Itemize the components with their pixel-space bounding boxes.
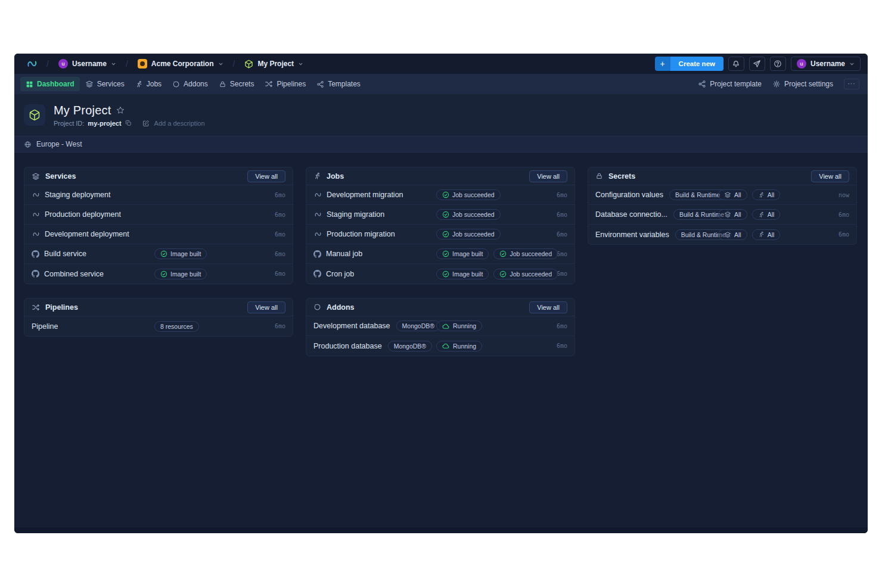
addons-card: Addons View all Development database Mon… — [306, 298, 575, 356]
status-badge: Running — [436, 321, 482, 331]
tab-templates[interactable]: Templates — [311, 77, 366, 91]
row-timestamp: 6mo — [275, 270, 285, 277]
service-row[interactable]: Combined service Image built 6mo — [24, 264, 293, 284]
more-options-button[interactable]: ··· — [844, 79, 859, 89]
row-timestamp: 6mo — [275, 211, 285, 218]
breadcrumb-org[interactable]: Acme Corporation — [134, 57, 227, 70]
tab-secrets[interactable]: Secrets — [213, 77, 260, 91]
northflank-logo-icon[interactable] — [23, 57, 41, 70]
jobs-card-header: Jobs View all — [306, 167, 574, 185]
status-badge: Job succeeded — [493, 248, 558, 259]
project-icon — [24, 104, 45, 126]
services-scope-badge: All — [718, 229, 747, 240]
tab-dashboard[interactable]: Dashboard — [20, 77, 80, 91]
view-all-button[interactable]: View all — [529, 170, 567, 182]
job-row[interactable]: Manual job Image built Job succeeded 6mo — [306, 244, 574, 264]
addon-row[interactable]: Production database MongoDB® Running 6mo — [306, 336, 574, 356]
notifications-button[interactable] — [728, 57, 744, 71]
add-description-button[interactable]: Add a description — [142, 120, 205, 127]
row-timestamp: 6mo — [557, 231, 567, 238]
service-row[interactable]: Build service Image built 6mo — [24, 244, 293, 264]
services-scope-badge: All — [718, 209, 747, 220]
tab-jobs[interactable]: Jobs — [130, 77, 167, 91]
job-row[interactable]: Staging migration Job succeeded 6mo — [306, 205, 574, 225]
row-label: Staging deployment — [45, 191, 111, 199]
breadcrumb-user[interactable]: u Username — [55, 57, 120, 70]
row-timestamp: 6mo — [275, 323, 285, 329]
secret-row[interactable]: Configuration values Build & Runtime All… — [588, 185, 856, 205]
chevron-down-icon — [849, 61, 855, 67]
cloud-icon — [442, 323, 450, 329]
create-new-button[interactable]: + Create new — [655, 57, 723, 71]
add-description-label: Add a description — [154, 120, 205, 127]
card-title: Pipelines — [45, 303, 78, 312]
tab-pipelines[interactable]: Pipelines — [259, 77, 311, 91]
view-all-button[interactable]: View all — [247, 170, 285, 182]
project-template-button[interactable]: Project template — [698, 80, 762, 88]
row-label: Development deployment — [45, 230, 129, 238]
project-nav: Dashboard Services Jobs Addons Secrets — [14, 74, 868, 94]
project-settings-label: Project settings — [784, 80, 833, 88]
favorite-star-icon[interactable] — [116, 106, 125, 114]
breadcrumb-project[interactable]: My Project — [241, 58, 307, 70]
layers-icon — [85, 80, 94, 88]
secrets-card: Secrets View all Configuration values Bu… — [588, 167, 857, 245]
lock-icon — [595, 172, 603, 180]
service-row[interactable]: Staging deployment 6mo — [24, 185, 293, 205]
secret-row[interactable]: Database connectio... Build & Runtime Al… — [588, 205, 856, 225]
service-row[interactable]: Development deployment 6mo — [24, 225, 293, 244]
help-button[interactable] — [770, 57, 786, 71]
copy-icon[interactable] — [125, 120, 132, 126]
check-circle-icon — [499, 270, 507, 278]
addon-icon — [172, 80, 180, 88]
dashboard-content: Services View all Staging deployment 6mo… — [14, 153, 868, 527]
gear-icon — [772, 80, 781, 88]
addon-type-badge: MongoDB® — [396, 321, 440, 331]
pipelines-card-header: Pipelines View all — [24, 298, 293, 316]
view-all-button[interactable]: View all — [247, 301, 285, 313]
top-bar: / u Username / Acme Corporation / My Pro… — [14, 54, 868, 74]
view-all-button[interactable]: View all — [811, 170, 849, 182]
northflank-icon — [313, 191, 322, 198]
row-timestamp: 6mo — [838, 211, 849, 218]
status-badge: Job succeeded — [436, 229, 501, 239]
row-timestamp: 6mo — [275, 231, 285, 238]
breadcrumb-user-label: Username — [72, 60, 107, 68]
feedback-button[interactable] — [749, 57, 765, 71]
row-timestamp: 6mo — [275, 251, 285, 257]
addon-row[interactable]: Development database MongoDB® Running 6m… — [306, 316, 574, 336]
project-header: My Project Project ID: my-project — [14, 94, 868, 136]
globe-icon — [24, 141, 32, 148]
service-row[interactable]: Production deployment 6mo — [24, 205, 293, 225]
addons-card-header: Addons View all — [306, 298, 574, 316]
addon-icon — [313, 303, 321, 311]
check-circle-icon — [442, 231, 449, 238]
runner-icon — [758, 211, 765, 218]
tab-services[interactable]: Services — [80, 77, 130, 91]
row-label: Database connectio... — [595, 210, 667, 219]
status-badge: Job succeeded — [436, 189, 501, 200]
northflank-icon — [313, 211, 322, 218]
row-timestamp: 6mo — [557, 270, 567, 277]
user-menu-label: Username — [810, 60, 845, 68]
status-badge: Image built — [436, 248, 489, 259]
help-icon — [774, 60, 782, 68]
job-row[interactable]: Development migration Job succeeded 6mo — [306, 185, 574, 205]
status-badge: Image built — [154, 269, 207, 279]
breadcrumb-divider: / — [233, 59, 235, 69]
lock-icon — [219, 80, 226, 88]
job-row[interactable]: Cron job Image built Job succeeded 6mo — [306, 264, 574, 284]
user-menu-button[interactable]: u Username — [791, 57, 861, 71]
nodes-icon — [316, 80, 324, 88]
secret-row[interactable]: Environment variables Build & Runtime Al… — [588, 225, 856, 244]
project-settings-button[interactable]: Project settings — [772, 80, 833, 88]
check-circle-icon — [442, 191, 449, 198]
job-row[interactable]: Production migration Job succeeded 6mo — [306, 225, 574, 244]
plus-icon: + — [655, 57, 670, 71]
northflank-icon — [313, 231, 322, 238]
pipeline-row[interactable]: Pipeline 8 resources 6mo — [24, 316, 293, 336]
services-card: Services View all Staging deployment 6mo… — [24, 167, 293, 284]
view-all-button[interactable]: View all — [529, 301, 567, 313]
region-bar: Europe - West — [14, 136, 868, 153]
tab-addons[interactable]: Addons — [167, 77, 213, 91]
